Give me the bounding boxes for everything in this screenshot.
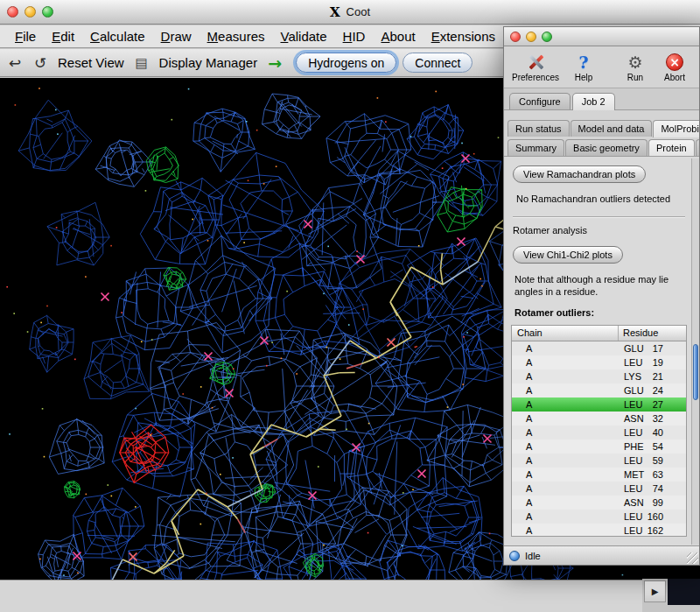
- reset-view-icon[interactable]: ↺: [31, 54, 50, 72]
- notebook-tabs-level1: Run status Model and data MolProbity: [504, 117, 699, 137]
- dialog-zoom-button[interactable]: [542, 32, 552, 42]
- menu-item[interactable]: Edit: [44, 27, 82, 46]
- menu-item[interactable]: Calculate: [82, 27, 153, 46]
- display-manager-button[interactable]: Display Manager: [158, 55, 260, 70]
- rotamer-row-residue: LEU19: [619, 355, 686, 369]
- rotamer-row-chain: A: [512, 355, 619, 369]
- abort-x-icon: ×: [666, 53, 683, 71]
- menu-item[interactable]: Extensions: [424, 27, 503, 46]
- dialog-tabs: Configure Job 2: [504, 88, 699, 110]
- subtab-level1[interactable]: Run status: [508, 120, 570, 137]
- subtab-level2[interactable]: C: [696, 139, 700, 156]
- notebook-tabs-level2: Summary Basic geometry Protein C: [504, 137, 699, 156]
- preferences-button[interactable]: Preferences: [511, 52, 560, 82]
- rotamer-row-residue: GLU17: [619, 341, 686, 355]
- column-header-chain[interactable]: Chain: [512, 326, 619, 341]
- go-arrow-icon[interactable]: →: [265, 53, 284, 73]
- rotamer-row[interactable]: A GLU24: [512, 383, 686, 397]
- rotamer-row[interactable]: A LEU160: [512, 510, 686, 524]
- resize-grip[interactable]: [687, 552, 698, 564]
- right-arrow-icon: ▶: [652, 587, 659, 596]
- dialog-close-button[interactable]: [510, 32, 521, 42]
- x11-icon: X: [330, 4, 340, 20]
- rotamer-row[interactable]: A GLU17: [512, 341, 686, 355]
- rotamer-row-chain: A: [512, 341, 619, 355]
- rotamer-row-residue: LEU162: [619, 524, 686, 536]
- rotamer-row-chain: A: [512, 454, 619, 468]
- rotamer-row[interactable]: A LEU40: [512, 426, 686, 440]
- rotamer-note-line1: Note that although a residue may lie: [514, 274, 687, 285]
- menu-item[interactable]: About: [373, 27, 423, 46]
- hydrogens-on-button[interactable]: Hydrogens on: [296, 53, 396, 73]
- undo-arrow-icon[interactable]: ↩: [5, 54, 24, 72]
- dialog-status-text: Idle: [525, 551, 541, 561]
- rotamer-row-residue: GLU24: [619, 383, 686, 397]
- menu-item[interactable]: HID: [335, 27, 374, 46]
- rotamer-row-chain: A: [512, 383, 619, 397]
- help-icon: ?: [578, 52, 588, 72]
- rotamer-row-chain: A: [512, 524, 619, 536]
- rotamer-row-residue: LEU40: [619, 426, 686, 440]
- preferences-label: Preferences: [512, 73, 559, 82]
- rotamer-row-chain: A: [512, 482, 619, 496]
- rotamer-row[interactable]: A LEU74: [512, 482, 686, 496]
- dialog-minimize-button[interactable]: [526, 32, 536, 42]
- scroll-right-button[interactable]: ▶: [644, 580, 666, 602]
- connect-button[interactable]: Connect: [402, 53, 472, 73]
- view-ramachandran-button[interactable]: View Ramachandran plots: [513, 165, 646, 183]
- rotamer-analysis-label: Rotamer analysis: [513, 225, 687, 236]
- dialog-titlebar[interactable]: [504, 27, 699, 46]
- rotamer-row-chain: A: [512, 496, 619, 510]
- menu-item[interactable]: File: [7, 27, 44, 46]
- abort-button[interactable]: × Abort: [659, 52, 690, 82]
- run-label: Run: [627, 73, 643, 82]
- help-label: Help: [575, 73, 593, 82]
- scrollbar-thumb[interactable]: [693, 344, 698, 400]
- rotamer-row-chain: A: [512, 369, 619, 383]
- rotamer-row[interactable]: A ASN32: [512, 412, 686, 426]
- column-header-residue[interactable]: Residue: [619, 326, 686, 341]
- rotamer-row-residue: MET63: [619, 468, 686, 482]
- separator: [513, 216, 685, 218]
- corner-widget: ▶: [642, 579, 700, 612]
- rotamer-row-residue: ASN32: [619, 412, 686, 426]
- menu-item[interactable]: Validate: [272, 27, 334, 46]
- rotamer-row[interactable]: A LYS21: [512, 369, 686, 383]
- subtab-level1[interactable]: Model and data: [570, 120, 653, 137]
- subtab-level1[interactable]: MolProbity: [653, 120, 700, 137]
- dialog-tab[interactable]: Job 2: [572, 93, 615, 110]
- dialog-tab[interactable]: Configure: [509, 93, 570, 109]
- display-manager-icon[interactable]: ▤: [132, 55, 151, 71]
- dialog-scrollbar[interactable]: [691, 158, 699, 545]
- status-bar: (mol. no: 0) CG /1/A/27 LEU occ: 1.00 bf…: [0, 580, 700, 612]
- rotamer-row[interactable]: A ASN99: [512, 496, 686, 510]
- rotamer-row[interactable]: A LEU19: [512, 355, 686, 369]
- rotamer-table-body: A GLU17 A LEU19: [512, 341, 686, 536]
- subtab-level2[interactable]: Basic geometry: [565, 139, 648, 156]
- status-orb-icon: [509, 551, 520, 561]
- view-chi-plots-button[interactable]: View Chi1-Chi2 plots: [513, 246, 623, 264]
- rotamer-row-residue: LEU27: [619, 397, 686, 412]
- subtab-level2[interactable]: Protein: [648, 139, 695, 157]
- rotamer-row[interactable]: A PHE54: [512, 440, 686, 454]
- rotamer-row-chain: A: [512, 412, 619, 426]
- rotamer-row[interactable]: A LEU27: [512, 397, 686, 412]
- run-button[interactable]: ⚙ Run: [620, 52, 651, 82]
- molprobity-dialog: Preferences ? Help ⚙ Run × Abort Configu…: [503, 26, 700, 566]
- menu-item[interactable]: Measures: [200, 27, 273, 46]
- help-button[interactable]: ? Help: [568, 52, 599, 82]
- rotamer-row-residue: LYS21: [619, 369, 686, 383]
- rotamer-table: Chain Residue A GLU17 A: [511, 325, 687, 537]
- rotamer-row[interactable]: A LEU162: [512, 524, 686, 536]
- rotamer-row-chain: A: [512, 397, 619, 412]
- window-title: X Coot: [0, 0, 700, 24]
- window-title-text: Coot: [346, 5, 370, 18]
- subtab-level2[interactable]: Summary: [508, 139, 564, 156]
- coot-titlebar[interactable]: X Coot: [0, 0, 700, 25]
- rotamer-row[interactable]: A MET63: [512, 468, 686, 482]
- menu-item[interactable]: Draw: [153, 27, 200, 46]
- rotamer-row-chain: A: [512, 510, 619, 524]
- rotamer-row-residue: LEU59: [619, 454, 686, 468]
- reset-view-button[interactable]: Reset View: [56, 55, 126, 70]
- rotamer-row[interactable]: A LEU59: [512, 454, 686, 468]
